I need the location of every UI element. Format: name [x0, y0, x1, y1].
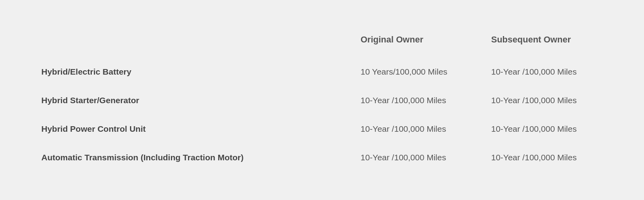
- row-label: Automatic Transmission (Including Tracti…: [32, 143, 351, 172]
- header-label-col: [32, 28, 351, 58]
- header-subsequent-owner: Subsequent Owner: [482, 28, 613, 58]
- header-original-owner: Original Owner: [351, 28, 482, 58]
- row-subsequent-owner: 10-Year /100,000 Miles: [482, 115, 613, 143]
- row-original-owner: 10-Year /100,000 Miles: [351, 143, 482, 172]
- row-label: Hybrid/Electric Battery: [32, 58, 351, 86]
- table-row: Hybrid Power Control Unit10-Year /100,00…: [32, 115, 612, 143]
- row-subsequent-owner: 10-Year /100,000 Miles: [482, 143, 613, 172]
- table-row: Hybrid/Electric Battery10 Years/100,000 …: [32, 58, 612, 86]
- row-original-owner: 10 Years/100,000 Miles: [351, 58, 482, 86]
- table-row: Hybrid Starter/Generator10-Year /100,000…: [32, 86, 612, 115]
- row-label: Hybrid Starter/Generator: [32, 86, 351, 115]
- row-original-owner: 10-Year /100,000 Miles: [351, 115, 482, 143]
- row-original-owner: 10-Year /100,000 Miles: [351, 86, 482, 115]
- row-subsequent-owner: 10-Year /100,000 Miles: [482, 58, 613, 86]
- row-subsequent-owner: 10-Year /100,000 Miles: [482, 86, 613, 115]
- table-row: Automatic Transmission (Including Tracti…: [32, 143, 612, 172]
- warranty-table: Original Owner Subsequent Owner Hybrid/E…: [32, 28, 612, 172]
- warranty-table-container: Original Owner Subsequent Owner Hybrid/E…: [0, 12, 644, 188]
- row-label: Hybrid Power Control Unit: [32, 115, 351, 143]
- table-header-row: Original Owner Subsequent Owner: [32, 28, 612, 58]
